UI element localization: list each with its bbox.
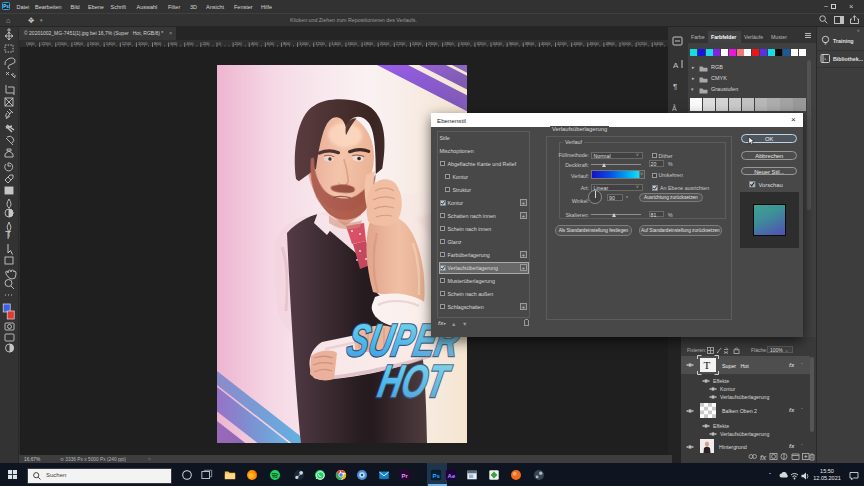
svg-text:Å: Å — [672, 104, 677, 112]
svg-text:1400: 1400 — [331, 41, 341, 46]
svg-text:3200: 3200 — [476, 41, 486, 46]
svg-text:1400: 1400 — [106, 41, 116, 46]
svg-text:2400: 2400 — [25, 41, 35, 46]
svg-text:2400: 2400 — [412, 41, 422, 46]
svg-text:4200: 4200 — [557, 41, 567, 46]
svg-text:2200: 2200 — [41, 41, 51, 46]
svg-text:1800: 1800 — [364, 41, 374, 46]
svg-text:1000: 1000 — [138, 41, 148, 46]
svg-text:Ae: Ae — [448, 472, 456, 478]
svg-text:1200: 1200 — [122, 41, 132, 46]
svg-text:2800: 2800 — [444, 41, 454, 46]
svg-text:1600: 1600 — [90, 41, 100, 46]
svg-text:¶: ¶ — [673, 82, 677, 91]
svg-text:5000: 5000 — [622, 41, 632, 46]
svg-text:2000: 2000 — [380, 41, 390, 46]
svg-text:4600: 4600 — [589, 41, 599, 46]
svg-text:fx: fx — [760, 454, 767, 461]
svg-text:Pr: Pr — [402, 472, 409, 478]
svg-text:4400: 4400 — [573, 41, 583, 46]
svg-text:4800: 4800 — [605, 41, 615, 46]
svg-text:5400: 5400 — [654, 41, 664, 46]
svg-text:1000: 1000 — [299, 41, 309, 46]
svg-text:1200: 1200 — [315, 41, 325, 46]
svg-text:Ps: Ps — [433, 472, 441, 478]
svg-text:3400: 3400 — [493, 41, 503, 46]
svg-text:5200: 5200 — [638, 41, 648, 46]
svg-text:2000: 2000 — [57, 41, 67, 46]
svg-text:1600: 1600 — [347, 41, 357, 46]
svg-text:4000: 4000 — [541, 41, 551, 46]
svg-text:¹: ¹ — [824, 56, 826, 62]
svg-text:A: A — [673, 61, 679, 70]
svg-text:2200: 2200 — [396, 41, 406, 46]
svg-text:3800: 3800 — [525, 41, 535, 46]
svg-text:3000: 3000 — [460, 41, 470, 46]
svg-text:3600: 3600 — [509, 41, 519, 46]
svg-text:1800: 1800 — [73, 41, 83, 46]
svg-text:T: T — [5, 230, 11, 241]
svg-text:2600: 2600 — [428, 41, 438, 46]
